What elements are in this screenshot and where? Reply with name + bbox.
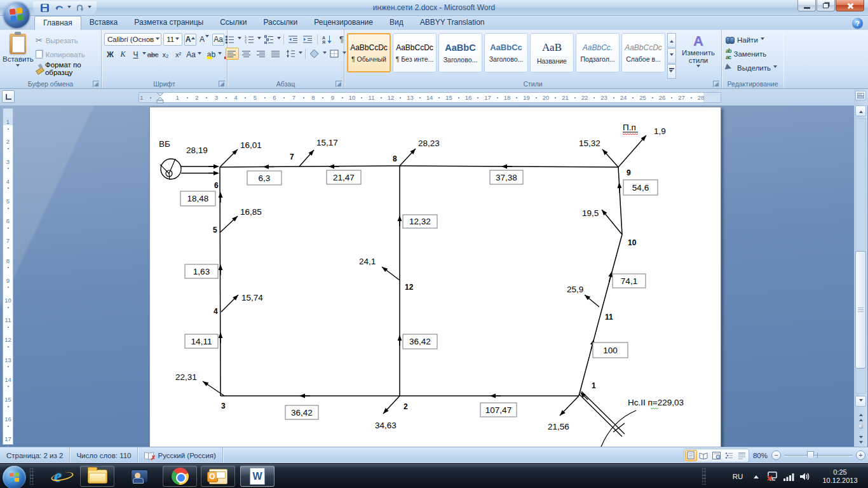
word-count-indicator[interactable]: Число слов: 110: [70, 447, 138, 463]
styles-scroll-down[interactable]: [667, 48, 676, 63]
numbering-button[interactable]: 1.2.3.: [243, 33, 256, 45]
minimize-button[interactable]: [797, 0, 816, 11]
bullets-button[interactable]: [223, 33, 236, 45]
taskbar-item-outlook[interactable]: O: [201, 466, 235, 487]
print-layout-view-button[interactable]: [685, 450, 697, 461]
format-painter-button[interactable]: Формат по образцу: [34, 62, 98, 74]
taskbar-item-chrome[interactable]: [163, 466, 197, 487]
next-page-button[interactable]: [855, 436, 866, 445]
strikethrough-button[interactable]: abc: [147, 48, 159, 60]
tray-language-indicator[interactable]: RU: [728, 466, 747, 487]
taskbar-item-remote-desktop[interactable]: [122, 466, 156, 487]
line-spacing-button[interactable]: [284, 48, 297, 60]
tray-volume[interactable]: [798, 466, 812, 487]
tab-вид[interactable]: Вид: [381, 16, 412, 30]
styles-scroll-up[interactable]: [667, 33, 676, 48]
underline-dropdown-arrow[interactable]: [142, 52, 146, 57]
style-card-1[interactable]: AaBbCcDc¶ Обычный: [347, 33, 391, 72]
multilevel-list-button[interactable]: [262, 33, 276, 45]
undo-dropdown-arrow[interactable]: [67, 6, 71, 10]
qat-customize-arrow[interactable]: [88, 6, 92, 10]
borders-button[interactable]: [328, 48, 341, 60]
document-page[interactable]: 18,486,321,4737,3854,674,1100107,4736,42…: [149, 107, 721, 447]
undo-button[interactable]: [53, 3, 65, 14]
taskbar-item-internet-explorer[interactable]: e: [42, 466, 74, 487]
tab-разметка-страницы[interactable]: Разметка страницы: [126, 16, 212, 30]
tab-рассылки[interactable]: Рассылки: [255, 16, 306, 30]
highlight-button[interactable]: ab: [205, 48, 217, 60]
italic-button[interactable]: К: [117, 48, 129, 60]
style-card-7[interactable]: AaBbCcDcСлабое в...: [621, 33, 665, 72]
ruler-toggle-button[interactable]: [855, 91, 866, 100]
style-card-3[interactable]: AaBbCЗаголово...: [438, 33, 482, 72]
taskbar-item-word[interactable]: W: [240, 466, 275, 487]
bold-button[interactable]: Ж: [104, 48, 116, 60]
align-center-button[interactable]: [240, 48, 254, 60]
page-indicator[interactable]: Страница: 2 из 2: [0, 447, 70, 463]
tray-network-status[interactable]: [765, 466, 780, 487]
copy-button[interactable]: Копировать: [34, 48, 98, 60]
proofing-status[interactable]: ✗ Русский (Россия): [138, 447, 222, 463]
change-styles-button[interactable]: A Изменить стили: [678, 33, 719, 79]
styles-more-button[interactable]: [667, 64, 676, 79]
language-indicator[interactable]: Русский (Россия): [158, 452, 215, 459]
decrease-indent-button[interactable]: [287, 33, 300, 45]
tab-selector-button[interactable]: [2, 90, 15, 103]
clipboard-dialog-launcher[interactable]: [93, 81, 99, 87]
font-name-combo[interactable]: Calibri (Основной те: [104, 33, 161, 46]
tab-abbyy-translation[interactable]: ABBYY Translation: [412, 16, 493, 30]
sort-button[interactable]: АЯ: [320, 33, 334, 45]
tray-clock[interactable]: 0:2510.12.2013: [815, 466, 865, 487]
repeat-button[interactable]: [73, 3, 86, 14]
zoom-out-button[interactable]: −: [771, 451, 781, 460]
select-button[interactable]: Выделить: [724, 62, 781, 74]
paragraph-dialog-launcher[interactable]: [336, 81, 342, 87]
font-size-combo[interactable]: 11: [163, 33, 182, 46]
tab-ссылки[interactable]: Ссылки: [212, 16, 255, 30]
justify-button[interactable]: [269, 48, 283, 60]
subscript-button[interactable]: x₂: [159, 48, 172, 60]
highlight-dropdown-arrow[interactable]: [218, 52, 222, 57]
find-button[interactable]: Найти: [724, 34, 781, 46]
align-left-button[interactable]: [226, 48, 239, 60]
horizontal-ruler[interactable]: 1123456789101112131415161718192021222324…: [139, 92, 721, 103]
align-right-button[interactable]: [255, 48, 268, 60]
tray-signal-strength[interactable]: [782, 466, 797, 487]
increase-indent-button[interactable]: [301, 33, 315, 45]
indent-markers[interactable]: [156, 93, 165, 104]
full-screen-reading-view-button[interactable]: [698, 450, 710, 461]
change-case-button[interactable]: Aa: [185, 48, 197, 60]
numbering-arrow[interactable]: [257, 37, 261, 41]
start-button[interactable]: [2, 466, 26, 487]
replace-button[interactable]: abac Заменить: [724, 48, 781, 60]
web-layout-view-button[interactable]: [710, 450, 722, 461]
tray-show-hidden-icons[interactable]: [750, 466, 763, 487]
change-case-arrow[interactable]: [198, 52, 201, 57]
cut-button[interactable]: ✂ Вырезать: [34, 34, 98, 46]
zoom-slider-thumb[interactable]: [807, 451, 814, 459]
save-button[interactable]: [38, 3, 51, 14]
zoom-level[interactable]: 80%: [753, 452, 768, 459]
grow-font-button[interactable]: А: [184, 34, 196, 46]
scrollbar-thumb[interactable]: [855, 251, 866, 369]
styles-dialog-launcher[interactable]: [713, 81, 719, 87]
select-browse-object-button[interactable]: [855, 424, 866, 429]
style-card-6[interactable]: AaBbCc.Подзагол...: [576, 33, 620, 72]
multilevel-arrow[interactable]: [277, 37, 281, 41]
shrink-font-button[interactable]: А: [198, 34, 210, 46]
scrollbar-track[interactable]: [855, 118, 866, 394]
restore-button[interactable]: [817, 0, 835, 11]
line-spacing-arrow[interactable]: [299, 51, 302, 56]
draft-view-button[interactable]: [736, 450, 748, 461]
zoom-in-button[interactable]: +: [856, 451, 865, 460]
paste-button[interactable]: Вставить: [3, 32, 34, 79]
style-card-2[interactable]: AaBbCcDc¶ Без инте...: [393, 33, 437, 72]
tab-вставка[interactable]: Вставка: [81, 16, 126, 30]
previous-page-button[interactable]: [855, 412, 866, 421]
shading-button[interactable]: [308, 48, 322, 60]
font-dialog-launcher[interactable]: [219, 81, 225, 87]
superscript-button[interactable]: x²: [172, 48, 184, 60]
underline-button[interactable]: Ч: [130, 48, 142, 60]
style-card-4[interactable]: AaBbCcЗаголово...: [484, 33, 528, 72]
close-button[interactable]: [836, 0, 864, 11]
